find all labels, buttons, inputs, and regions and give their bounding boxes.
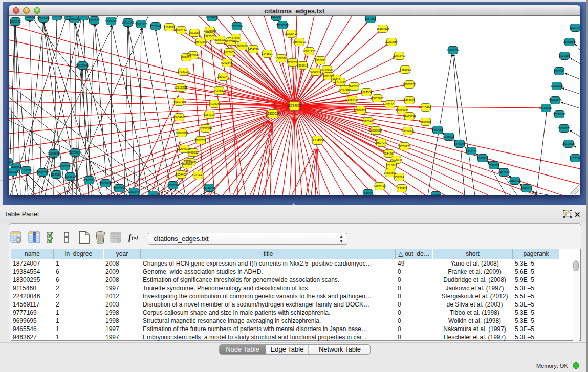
svg-text:18807249: 18807249: [375, 141, 388, 144]
svg-text:71: 71: [82, 16, 85, 18]
svg-text:13325419: 13325419: [285, 32, 298, 35]
svg-text:8186328: 8186328: [214, 38, 226, 41]
svg-text:15692971: 15692971: [558, 127, 571, 130]
svg-text:1527602: 1527602: [89, 19, 100, 22]
svg-text:10719155: 10719155: [122, 21, 135, 24]
svg-text:9115460: 9115460: [420, 106, 431, 109]
svg-text:1210234: 1210234: [147, 193, 159, 195]
svg-text:23226058: 23226058: [204, 29, 216, 32]
svg-text:6466160: 6466160: [105, 19, 117, 23]
svg-text:9657774: 9657774: [167, 184, 179, 187]
svg-text:6990443: 6990443: [310, 70, 321, 73]
svg-text:3427552: 3427552: [213, 89, 225, 92]
svg-text:1588520: 1588520: [275, 57, 287, 60]
svg-text:3912954: 3912954: [189, 31, 200, 34]
svg-text:3267130: 3267130: [204, 113, 215, 116]
svg-text:9242848: 9242848: [221, 61, 232, 64]
svg-text:1910443: 1910443: [192, 173, 204, 177]
svg-text:1167534: 1167534: [570, 157, 580, 160]
svg-text:2718120: 2718120: [178, 70, 189, 73]
svg-text:1733426: 1733426: [396, 187, 407, 190]
svg-text:9097588: 9097588: [59, 165, 71, 168]
svg-text:7515546: 7515546: [150, 25, 161, 28]
svg-text:12975125: 12975125: [403, 83, 416, 86]
svg-text:16154808: 16154808: [377, 27, 389, 30]
svg-text:(x): (x): [132, 234, 138, 241]
svg-text:21364436: 21364436: [346, 98, 359, 101]
svg-text:7485063: 7485063: [400, 68, 411, 71]
svg-text:19384554: 19384554: [310, 138, 325, 142]
svg-text:20206578: 20206578: [48, 152, 60, 155]
svg-text:149948: 149948: [183, 163, 192, 166]
svg-text:9146821: 9146821: [262, 52, 273, 55]
svg-text:9327505: 9327505: [225, 40, 236, 43]
svg-text:7986322: 7986322: [355, 108, 366, 112]
svg-text:19756928: 19756928: [398, 145, 411, 148]
svg-text:18640910: 18640910: [293, 40, 306, 43]
svg-text:124505: 124505: [431, 194, 441, 195]
svg-text:9734028: 9734028: [321, 68, 333, 71]
svg-text:19218506: 19218506: [276, 24, 289, 27]
svg-text:1250513: 1250513: [64, 175, 76, 178]
svg-text:9118: 9118: [9, 161, 11, 164]
svg-text:16961758: 16961758: [303, 50, 316, 53]
svg-text:1362615: 1362615: [297, 64, 308, 67]
svg-text:8660124: 8660124: [176, 29, 187, 32]
svg-text:10654982: 10654982: [173, 116, 186, 119]
svg-text:1046521: 1046521: [362, 192, 374, 195]
svg-text:19166827: 19166827: [176, 132, 188, 135]
svg-text:19654923: 19654923: [402, 129, 415, 133]
svg-text:15751074: 15751074: [563, 40, 576, 43]
svg-text:14495794: 14495794: [403, 115, 416, 118]
svg-text:7254402: 7254402: [176, 173, 187, 176]
svg-text:190531: 190531: [25, 16, 35, 18]
svg-text:16210643: 16210643: [553, 113, 566, 116]
svg-text:7163822: 7163822: [164, 26, 175, 29]
svg-text:10958107: 10958107: [99, 182, 112, 185]
svg-text:9498212: 9498212: [187, 151, 199, 154]
svg-text:12342737: 12342737: [36, 171, 49, 174]
svg-text:1156829: 1156829: [20, 169, 31, 172]
svg-text:114519: 114519: [52, 173, 61, 176]
svg-text:2803144: 2803144: [217, 75, 229, 78]
svg-text:2935114: 2935114: [477, 157, 488, 160]
svg-text:17957253: 17957253: [83, 179, 96, 182]
svg-text:16053809: 16053809: [206, 16, 219, 19]
svg-text:12830029: 12830029: [266, 112, 280, 115]
svg-text:14524851: 14524851: [384, 171, 397, 174]
svg-text:10782759: 10782759: [113, 187, 126, 190]
svg-text:3915312: 3915312: [9, 170, 18, 173]
svg-text:12359924: 12359924: [69, 151, 82, 154]
svg-text:9384067: 9384067: [383, 152, 395, 155]
svg-text:9245612: 9245612: [521, 187, 532, 190]
svg-text:8938923: 8938923: [443, 135, 454, 138]
svg-text:12213383: 12213383: [175, 86, 187, 89]
svg-text:14138141: 14138141: [374, 185, 386, 188]
svg-text:8454749: 8454749: [248, 48, 259, 51]
svg-text:17546: 17546: [232, 36, 240, 39]
svg-text:14120746: 14120746: [390, 158, 403, 161]
svg-text:1405572: 1405572: [10, 20, 21, 23]
svg-text:417006: 417006: [210, 102, 220, 105]
svg-text:62160: 62160: [386, 103, 394, 106]
svg-text:746266: 746266: [350, 85, 359, 88]
svg-text:2687662: 2687662: [365, 17, 376, 20]
svg-text:10025433: 10025433: [396, 108, 409, 112]
svg-text:12444159: 12444159: [549, 99, 562, 102]
svg-text:3675685: 3675685: [224, 51, 235, 54]
svg-text:10653267: 10653267: [69, 17, 81, 20]
svg-text:7955812: 7955812: [315, 59, 326, 62]
svg-text:9899695: 9899695: [420, 120, 431, 123]
svg-text:10543342: 10543342: [194, 40, 207, 43]
svg-text:9463627: 9463627: [404, 99, 415, 102]
svg-text:6497568: 6497568: [339, 88, 351, 91]
svg-text:10688609: 10688609: [369, 129, 382, 132]
svg-text:9474444: 9474444: [466, 149, 477, 152]
svg-text:2967608: 2967608: [236, 45, 248, 48]
svg-text:18724007: 18724007: [287, 104, 302, 107]
svg-text:909015: 909015: [182, 56, 191, 59]
svg-text:13716485: 13716485: [203, 186, 216, 189]
svg-text:10671355: 10671355: [135, 23, 148, 26]
svg-text:1010755: 1010755: [173, 100, 185, 103]
svg-text:7357224: 7357224: [231, 25, 243, 28]
